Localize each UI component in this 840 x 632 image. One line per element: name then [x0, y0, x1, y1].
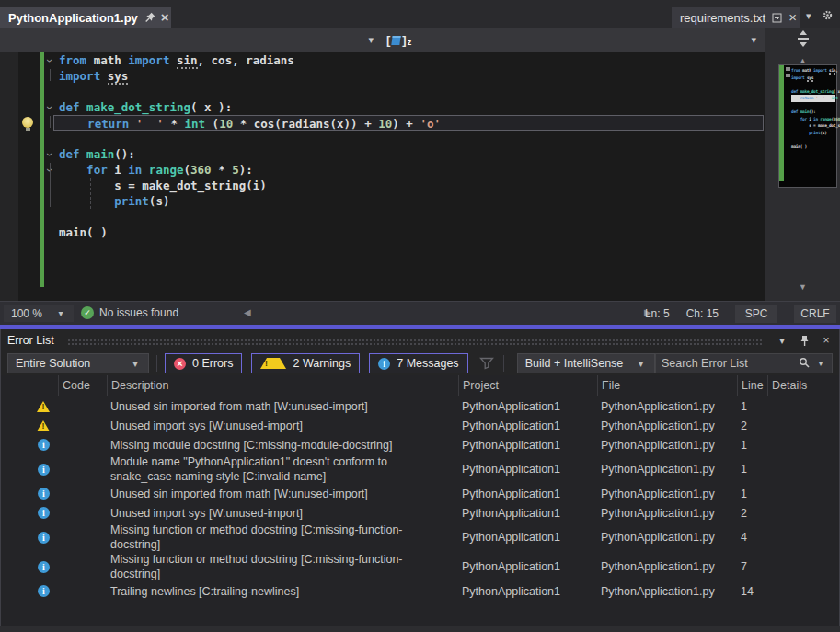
close-icon[interactable]: ×	[788, 11, 797, 24]
error-row[interactable]: Missing module docstring [C:missing-modu…	[1, 435, 839, 454]
panel-title-bar[interactable]: Error List ▾ ×	[0, 329, 840, 351]
scroll-down-icon[interactable]: ▼	[765, 282, 840, 292]
code-line[interactable]: s = make_dot_string(i)	[53, 178, 764, 193]
cell-desc: Module name "PythonApplication1" doesn't…	[107, 454, 458, 484]
code-line[interactable]: for i in range(360 * 5):	[53, 162, 764, 178]
keep-open-icon[interactable]	[772, 11, 782, 24]
tab-list-chevron-icon[interactable]: ▾	[806, 10, 811, 22]
column-indicator[interactable]: Ch: 15	[686, 307, 719, 320]
line-indicator[interactable]: Ln: 5	[645, 307, 670, 320]
pin-icon[interactable]	[798, 335, 811, 347]
filter-icon[interactable]	[479, 357, 494, 370]
warnings-filter-button[interactable]: 2 Warnings	[251, 353, 360, 373]
code-line[interactable]: from math import sin, cos, radians	[53, 52, 764, 68]
bottom-strip	[0, 626, 840, 632]
cell-line: 1	[737, 488, 767, 500]
structure-guide	[50, 69, 51, 81]
method-icon: []z	[386, 33, 411, 47]
line-ending-indicator[interactable]: CRLF	[794, 305, 836, 323]
error-row[interactable]: Unused import sys [W:unused-import]Pytho…	[1, 416, 839, 435]
code-line[interactable]: import sys	[53, 68, 764, 84]
column-header-project[interactable]: Project	[458, 375, 597, 396]
column-header-file[interactable]: File	[597, 375, 737, 396]
error-icon	[174, 358, 186, 370]
error-list-toolbar: Entire Solution ▾ 0 Errors 2 Warnings 7 …	[0, 351, 840, 375]
column-header-description[interactable]: Description	[107, 375, 458, 396]
cell-sev	[1, 464, 58, 476]
errors-filter-button[interactable]: 0 Errors	[165, 353, 242, 373]
drag-handle[interactable]	[67, 339, 763, 345]
zoom-value: 100 %	[11, 307, 42, 320]
error-row[interactable]: Missing function or method docstring [C:…	[1, 523, 839, 552]
cell-proj: PythonApplication1	[458, 488, 597, 500]
error-row[interactable]: Unused sin imported from math [W:unused-…	[1, 484, 839, 503]
hscroll-left-icon[interactable]: ◀	[244, 307, 251, 317]
cell-proj: PythonApplication1	[458, 400, 597, 413]
code-line	[791, 136, 835, 144]
column-header-line[interactable]: Line	[737, 375, 767, 396]
indent-guide	[63, 116, 63, 129]
error-row[interactable]: Trailing newlines [C:trailing-newlines]P…	[1, 581, 839, 601]
cell-sev	[1, 401, 58, 412]
indent-guide	[63, 163, 63, 209]
cell-file: PythonApplication1.py	[597, 585, 737, 598]
cell-sev	[1, 488, 58, 500]
code-editor[interactable]: from math import sin, cos, radiansimport…	[0, 52, 765, 301]
close-icon[interactable]: ×	[820, 334, 833, 347]
project-dropdown[interactable]: ▾	[0, 28, 379, 52]
toolbar-separator	[156, 355, 157, 372]
zoom-select[interactable]: 100 % ▾	[4, 305, 74, 322]
minimap[interactable]: from math import sin, cos, radiansimport…	[778, 64, 837, 188]
column-header-code[interactable]: Code	[58, 375, 107, 396]
column-header-severity[interactable]	[1, 375, 58, 396]
error-table-header: Code Description Project File Line Detai…	[1, 375, 839, 396]
close-icon[interactable]: ×	[161, 11, 169, 24]
splitter-zone	[765, 28, 840, 52]
minimap-marker	[786, 74, 790, 77]
gear-icon[interactable]	[822, 8, 834, 25]
collapse-chevron-icon[interactable]: ›	[43, 102, 56, 113]
code-line: s = make_dot_string(i)	[791, 122, 835, 130]
editor-status-bar: 100 % ▾ ✓ No issues found ◀ ▶ Ln: 5 Ch: …	[0, 301, 840, 325]
cell-desc: Missing module docstring [C:missing-modu…	[107, 438, 458, 453]
code-line[interactable]: def make_dot_string( x ):	[53, 99, 764, 115]
info-icon	[38, 585, 50, 597]
info-icon	[38, 439, 50, 451]
code-line[interactable]: print(s)	[53, 193, 764, 209]
cell-file: PythonApplication1.py	[597, 419, 737, 432]
spaces-indicator[interactable]: SPC	[735, 305, 777, 323]
code-line[interactable]	[53, 84, 764, 99]
scope-select[interactable]: Entire Solution ▾	[7, 353, 149, 373]
member-dropdown[interactable]: []z ▾	[379, 28, 765, 52]
error-row[interactable]: Missing function or method docstring [C:…	[1, 552, 839, 581]
collapse-chevron-icon[interactable]: ›	[43, 149, 56, 160]
source-filter-select[interactable]: Build + IntelliSense ▾	[517, 353, 655, 373]
messages-filter-button[interactable]: 7 Messages	[369, 353, 467, 373]
code-line[interactable]: return ' ' * int (10 * cos(radians(x)) +…	[53, 115, 764, 131]
code-line[interactable]: main( )	[53, 224, 764, 240]
error-row[interactable]: Module name "PythonApplication1" doesn't…	[1, 454, 839, 484]
cell-proj: PythonApplication1	[458, 419, 597, 432]
cell-desc: Unused sin imported from math [W:unused-…	[107, 399, 458, 414]
lightbulb-icon[interactable]	[22, 117, 33, 128]
vertical-scrollbar[interactable]: ▲ from math import sin, cos, radiansimpo…	[765, 52, 840, 301]
cell-desc: Missing function or method docstring [C:…	[107, 552, 458, 581]
health-check-icon[interactable]: ✓	[81, 306, 94, 319]
column-header-details[interactable]: Details	[767, 375, 839, 396]
split-editor-handle[interactable]	[797, 29, 810, 52]
health-status[interactable]: No issues found	[99, 306, 178, 319]
code-line[interactable]: def main():	[53, 146, 764, 162]
tab-requirements[interactable]: requirements.txt ×	[672, 7, 800, 28]
error-row[interactable]: Unused sin imported from math [W:unused-…	[1, 396, 839, 416]
error-row[interactable]: Unused import sys [W:unused-import]Pytho…	[1, 503, 839, 523]
code-line: main( )	[791, 144, 835, 151]
info-icon	[38, 507, 50, 519]
search-error-list-input[interactable]: Search Error List ▾	[655, 353, 833, 373]
search-icon[interactable]	[799, 355, 810, 372]
tab-pythonapplication1[interactable]: PythonApplication1.py ×	[0, 7, 171, 28]
code-line[interactable]	[53, 209, 764, 224]
pin-icon[interactable]	[144, 11, 155, 24]
collapse-chevron-icon[interactable]: ›	[43, 55, 56, 66]
window-position-chevron-icon[interactable]: ▾	[776, 334, 788, 347]
code-line[interactable]	[53, 131, 764, 146]
